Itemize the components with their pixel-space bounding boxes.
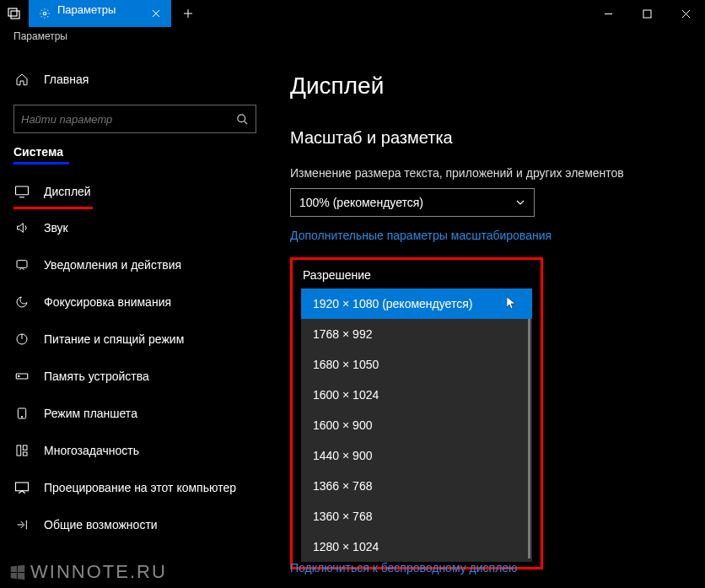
svg-point-9: [19, 375, 20, 377]
sidebar-item-notifications[interactable]: Уведомления и действия: [0, 246, 270, 283]
resolution-option[interactable]: 1280 × 1024: [301, 531, 532, 562]
sidebar-item-power[interactable]: Питание и спящий режим: [0, 321, 270, 358]
resolution-label: Разрешение: [293, 265, 541, 289]
windows-icon: [8, 563, 27, 581]
svg-rect-6: [17, 261, 27, 268]
sidebar-item-multitask[interactable]: Многозадачность: [0, 432, 270, 469]
resolution-option[interactable]: 1680 × 1050: [301, 349, 532, 380]
svg-rect-1: [11, 11, 19, 19]
tablet-icon: [13, 407, 30, 420]
cursor-icon: [507, 297, 517, 310]
sidebar-item-label: Питание и спящий режим: [44, 332, 184, 346]
sidebar-item-label: Звук: [44, 221, 68, 235]
sidebar-item-label: Проецирование на этот компьютер: [44, 481, 236, 494]
title-bar: Параметры: [0, 0, 705, 27]
svg-point-2: [43, 12, 46, 15]
breadcrumb: Параметры: [0, 27, 705, 51]
storage-icon: [13, 369, 30, 384]
sound-icon: [13, 221, 30, 235]
resolution-option[interactable]: 1600 × 900: [301, 410, 532, 440]
sidebar-section-title: Система: [0, 145, 270, 162]
section-heading: Масштаб и разметка: [290, 128, 688, 148]
shared-icon: [13, 518, 30, 531]
content-pane: Дисплей Масштаб и разметка Изменение раз…: [270, 51, 705, 588]
advanced-scaling-link[interactable]: Дополнительные параметры масштабирования: [290, 229, 688, 242]
sidebar-item-label: Дисплей: [44, 185, 91, 198]
maximize-button[interactable]: [627, 0, 666, 27]
notifications-icon: [13, 258, 30, 272]
home-icon: [13, 73, 30, 86]
svg-rect-12: [17, 445, 21, 456]
scrollbar[interactable]: [528, 319, 530, 558]
multitask-icon: [13, 444, 30, 457]
resolution-group: Разрешение 1920 × 1080 (рекомендуется) 1…: [290, 257, 543, 569]
sidebar-item-sound[interactable]: Звук: [0, 209, 270, 246]
svg-rect-15: [16, 483, 29, 491]
power-icon: [13, 332, 30, 346]
resolution-option[interactable]: 1360 × 768: [301, 501, 532, 531]
display-icon: [13, 184, 30, 199]
resolution-dropdown[interactable]: 1920 × 1080 (рекомендуется) 1768 × 992 1…: [301, 289, 532, 562]
svg-rect-3: [643, 10, 651, 18]
tab-close-icon[interactable]: [148, 9, 164, 18]
sidebar-home-label: Главная: [44, 73, 89, 86]
sidebar-item-label: Память устройства: [44, 370, 149, 383]
sidebar-item-shared[interactable]: Общие возможности: [0, 506, 270, 543]
sidebar-item-projecting[interactable]: Проецирование на этот компьютер: [0, 469, 270, 506]
svg-point-11: [21, 416, 22, 417]
wireless-display-link[interactable]: Подключиться к беспроводному дисплею: [290, 561, 518, 575]
resolution-option[interactable]: 1768 × 992: [301, 319, 532, 349]
scale-label: Изменение размера текста, приложений и д…: [290, 166, 688, 180]
close-button[interactable]: [666, 0, 705, 27]
task-view-icon[interactable]: [0, 0, 29, 27]
tab-label: Параметры: [57, 3, 141, 16]
sidebar-item-label: Уведомления и действия: [44, 258, 181, 272]
sidebar-home[interactable]: Главная: [0, 61, 270, 98]
svg-point-4: [238, 114, 245, 121]
scale-combobox[interactable]: 100% (рекомендуется): [290, 188, 535, 217]
project-icon: [13, 480, 30, 495]
new-tab-button[interactable]: [171, 0, 205, 27]
resolution-option[interactable]: 1366 × 768: [301, 471, 532, 501]
sidebar-item-tablet[interactable]: Режим планшета: [0, 395, 270, 432]
svg-rect-5: [16, 186, 29, 195]
section-underline: [13, 162, 69, 165]
sidebar: Главная Система Дисплей Звук: [0, 51, 270, 588]
resolution-option[interactable]: 1440 × 900: [301, 440, 532, 471]
sidebar-item-storage[interactable]: Память устройства: [0, 358, 270, 395]
watermark: WINNOTE.RU: [8, 561, 167, 583]
tab-settings[interactable]: Параметры: [29, 0, 171, 27]
search-input[interactable]: [13, 105, 256, 133]
svg-rect-13: [23, 445, 27, 450]
page-title: Дисплей: [290, 73, 688, 100]
sidebar-item-label: Режим планшета: [44, 407, 137, 420]
moon-icon: [13, 295, 30, 309]
gear-icon: [39, 8, 51, 19]
resolution-option[interactable]: 1920 × 1080 (рекомендуется): [301, 289, 532, 319]
svg-rect-14: [23, 452, 27, 456]
sidebar-item-label: Многозадачность: [44, 444, 139, 457]
svg-rect-0: [8, 8, 17, 16]
sidebar-item-label: Общие возможности: [44, 518, 158, 531]
chevron-down-icon: [515, 197, 525, 208]
scale-value: 100% (рекомендуется): [299, 196, 423, 209]
search-field[interactable]: [21, 113, 207, 126]
minimize-button[interactable]: [589, 0, 627, 27]
sidebar-item-label: Фокусировка внимания: [44, 295, 171, 309]
sidebar-item-focus[interactable]: Фокусировка внимания: [0, 283, 270, 321]
sidebar-item-display[interactable]: Дисплей: [0, 173, 270, 210]
resolution-option[interactable]: 1600 × 1024: [301, 380, 532, 410]
search-icon: [236, 113, 249, 126]
